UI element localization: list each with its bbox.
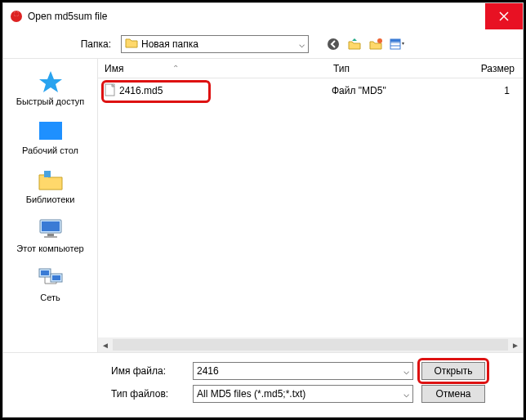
filetype-combo[interactable]: All MD5 files (*.md5;*.txt) ⌵ <box>193 385 413 403</box>
chevron-down-icon: ⌵ <box>403 365 409 377</box>
folder-value: Новая папка <box>141 38 198 50</box>
view-button[interactable] <box>389 36 405 52</box>
folder-combo[interactable]: Новая папка ⌵ <box>121 35 309 53</box>
libraries-icon <box>36 167 65 193</box>
file-size: 1 <box>438 85 518 96</box>
file-listing: Имя⌃ Тип Размер 2416.md5 Файл "MD5" 1 ◄ <box>97 59 523 352</box>
chevron-down-icon: ⌵ <box>299 38 305 50</box>
svg-rect-11 <box>44 171 51 177</box>
folder-label: Папка: <box>13 38 111 50</box>
filename-label: Имя файла: <box>13 365 185 377</box>
network-icon <box>36 265 65 291</box>
sort-asc-icon: ⌃ <box>172 64 179 73</box>
sidebar-item-label: Библиотеки <box>26 194 75 204</box>
svg-rect-18 <box>41 270 49 275</box>
titlebar: Open md5sum file <box>3 3 523 29</box>
open-button[interactable]: Открыть <box>421 362 485 380</box>
computer-icon <box>36 216 65 242</box>
desktop-icon <box>36 118 65 144</box>
svg-rect-19 <box>52 275 60 280</box>
file-name: 2416.md5 <box>119 85 163 96</box>
bottom-panel: Имя файла: 2416 ⌵ Открыть Тип файлов: Al… <box>3 352 523 417</box>
col-type[interactable]: Тип <box>333 63 439 74</box>
column-headers: Имя⌃ Тип Размер <box>98 59 523 78</box>
col-name[interactable]: Имя⌃ <box>105 63 333 74</box>
folder-icon <box>125 37 138 51</box>
svg-point-3 <box>14 11 19 16</box>
sidebar-item-desktop[interactable]: Рабочий стол <box>3 118 97 155</box>
app-icon <box>10 10 23 23</box>
folder-up-icon <box>348 38 361 51</box>
new-folder-button[interactable] <box>368 36 384 52</box>
filetype-label: Тип файлов: <box>13 388 185 400</box>
close-icon <box>499 11 509 21</box>
svg-rect-13 <box>42 221 60 231</box>
back-button[interactable] <box>325 36 341 52</box>
h-scrollbar[interactable]: ◄ ► <box>98 337 523 352</box>
places-sidebar: Быстрый доступ Рабочий стол Библиотеки Э… <box>3 59 97 352</box>
open-file-dialog: Open md5sum file Папка: Новая папка ⌵ <box>2 2 524 418</box>
toolbar: Папка: Новая папка ⌵ <box>3 29 523 59</box>
scroll-track <box>113 339 508 351</box>
file-row[interactable]: 2416.md5 Файл "MD5" 1 <box>103 82 518 100</box>
svg-rect-15 <box>44 236 57 238</box>
sidebar-item-quick-access[interactable]: Быстрый доступ <box>3 69 97 106</box>
up-button[interactable] <box>346 36 363 52</box>
sidebar-item-label: Рабочий стол <box>22 145 78 155</box>
sidebar-item-this-pc[interactable]: Этот компьютер <box>3 216 97 253</box>
view-icon <box>390 38 404 51</box>
file-icon <box>105 83 116 99</box>
file-type: Файл "MD5" <box>332 85 438 96</box>
star-icon <box>36 69 65 95</box>
scroll-left-icon: ◄ <box>98 341 113 350</box>
svg-point-5 <box>377 38 382 43</box>
sidebar-item-libraries[interactable]: Библиотеки <box>3 167 97 204</box>
col-size[interactable]: Размер <box>439 63 523 74</box>
back-icon <box>327 38 340 51</box>
svg-rect-14 <box>47 234 54 236</box>
filename-input[interactable]: 2416 ⌵ <box>193 362 413 380</box>
chevron-down-icon: ⌵ <box>403 388 409 400</box>
nav-icons <box>325 36 405 52</box>
sidebar-item-label: Сеть <box>40 293 60 302</box>
main-area: Быстрый доступ Рабочий стол Библиотеки Э… <box>3 59 523 352</box>
svg-rect-9 <box>390 39 400 42</box>
window-title: Open md5sum file <box>28 11 485 22</box>
file-rows: 2416.md5 Файл "MD5" 1 <box>98 78 523 337</box>
scroll-right-icon: ► <box>508 341 523 350</box>
sidebar-item-label: Этот компьютер <box>16 244 83 253</box>
sidebar-item-network[interactable]: Сеть <box>3 265 97 302</box>
svg-point-4 <box>328 38 339 50</box>
sidebar-item-label: Быстрый доступ <box>16 96 85 106</box>
close-button[interactable] <box>485 3 523 29</box>
cancel-button[interactable]: Отмена <box>421 385 485 403</box>
new-folder-icon <box>369 38 382 51</box>
svg-rect-10 <box>39 122 62 140</box>
